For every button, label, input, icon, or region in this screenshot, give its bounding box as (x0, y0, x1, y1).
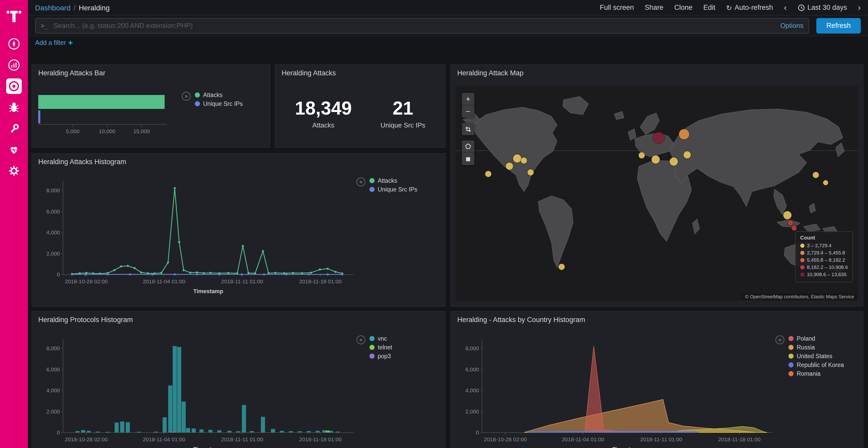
legend-collapse-icon[interactable]: » (356, 177, 365, 186)
map-marker[interactable] (783, 211, 792, 219)
protocols-bar-chart[interactable]: 02,0004,0006,0008,0002018-10-28 02:00201… (38, 329, 361, 448)
heartbeat-icon[interactable] (6, 142, 22, 158)
svg-text:2,000: 2,000 (46, 409, 60, 414)
svg-text:0: 0 (476, 429, 479, 435)
legend-item[interactable]: telnet (369, 344, 392, 350)
map-marker[interactable] (652, 156, 660, 164)
zoom-in-button[interactable]: + (462, 93, 474, 105)
metric-value: 21 (380, 99, 425, 118)
map-marker[interactable] (653, 132, 665, 143)
legend-item[interactable]: vnc (369, 336, 392, 342)
metric-label: Unique Src IPs (380, 121, 425, 129)
breadcrumb-current: Heralding (79, 3, 110, 12)
map-marker[interactable] (528, 170, 534, 176)
map-attribution[interactable]: © OpenStreetMap contributors, Elastic Ma… (742, 294, 857, 300)
legend-collapse-icon[interactable]: » (356, 336, 365, 344)
map-marker[interactable] (513, 154, 521, 162)
svg-text:2018-11-11 01:00: 2018-11-11 01:00 (640, 436, 682, 442)
metric-unique-src-ips: 21 Unique Src IPs (380, 99, 425, 129)
chart-legend: »vnctelnetpop3 (356, 336, 392, 362)
legend-item[interactable]: Republic of Korea (788, 362, 844, 368)
map-marker[interactable] (813, 172, 819, 178)
map-marker[interactable] (485, 171, 491, 177)
map-legend-item: 2,729.4 – 5,455.8 (800, 250, 848, 255)
polygon-draw-icon[interactable] (462, 140, 474, 153)
edit-button[interactable]: Edit (703, 4, 715, 11)
time-back-chevron-icon[interactable]: ‹ (784, 3, 786, 12)
legend-item[interactable]: Attacks (369, 177, 417, 184)
legend-item[interactable]: Attacks (195, 92, 243, 98)
query-bar: >_ Options Refresh (28, 15, 868, 36)
svg-text:4,000: 4,000 (46, 387, 60, 393)
panel-attack-map: Heralding Attack Map (451, 65, 863, 307)
legend-item[interactable]: pop3 (369, 353, 392, 359)
filter-bar: Add a filter + (28, 36, 868, 49)
telekom-logo[interactable] (6, 6, 22, 26)
full-screen-button[interactable]: Full screen (600, 4, 634, 11)
share-button[interactable]: Share (645, 4, 663, 11)
map-legend-item: 8,182.2 – 10,908.6 (800, 264, 848, 270)
svg-text:2,000: 2,000 (465, 409, 479, 414)
svg-text:2018-10-28 02:00: 2018-10-28 02:00 (484, 436, 527, 442)
chart-legend: »PolandRussiaUnited StatesRepublic of Ko… (776, 336, 844, 379)
add-filter-plus-icon[interactable]: + (68, 38, 73, 47)
legend-collapse-icon[interactable]: » (182, 92, 191, 101)
panel-title: Heralding Attack Map (451, 65, 863, 81)
svg-text:8,000: 8,000 (46, 187, 60, 193)
chart-legend: »AttacksUnique Src IPs (356, 177, 417, 195)
svg-text:2018-10-28 02:00: 2018-10-28 02:00 (65, 436, 108, 442)
time-forward-chevron-icon[interactable]: › (858, 3, 861, 12)
map-marker[interactable] (823, 180, 828, 185)
map-marker[interactable] (788, 220, 793, 226)
fit-bounds-crop-icon[interactable] (462, 123, 474, 135)
panel-title: Heralding Attacks Histogram (32, 154, 445, 170)
options-link[interactable]: Options (780, 22, 803, 29)
rectangle-draw-icon[interactable] (462, 153, 474, 165)
attacks-line-chart[interactable]: 02,0004,0006,0008,0002018-10-28 02:00201… (38, 171, 361, 302)
clock-icon (798, 4, 805, 11)
bar-chart-icon[interactable] (6, 57, 22, 73)
legend-item[interactable]: Poland (788, 336, 844, 342)
sidebar-nav (6, 36, 22, 179)
map-marker[interactable] (639, 152, 645, 159)
zoom-out-button[interactable]: − (462, 105, 474, 118)
wrench-icon[interactable] (6, 121, 22, 136)
legend-item[interactable]: Russia (788, 344, 844, 350)
svg-text:15,000: 15,000 (133, 128, 150, 134)
legend-item[interactable]: United States (788, 353, 844, 359)
legend-item[interactable]: Unique Src IPs (369, 186, 417, 193)
clone-button[interactable]: Clone (674, 4, 692, 11)
dashboard-grid: Heralding Attacks Bar 5,00010,00015,000 … (28, 49, 868, 448)
attacks-bar-chart[interactable]: 5,00010,00015,000 (36, 82, 191, 139)
panel-attacks-metric: Heralding Attacks 18,349 Attacks 21 Uniq… (275, 65, 445, 148)
heralding-target-icon[interactable] (6, 78, 22, 94)
country-area-chart[interactable]: 02,0004,0006,0008,0002018-10-28 02:00201… (457, 329, 780, 448)
map-marker[interactable] (559, 264, 565, 270)
add-filter-link[interactable]: Add a filter (35, 39, 66, 46)
legend-collapse-icon[interactable]: » (776, 336, 784, 344)
map-marker[interactable] (670, 158, 678, 166)
map-marker[interactable] (684, 151, 691, 159)
panel-title: Heralding Protocols Histogram (32, 312, 445, 328)
map-marker[interactable] (521, 157, 527, 163)
search-input[interactable] (53, 21, 775, 30)
map-marker[interactable] (679, 129, 689, 139)
map-controls: + − (462, 93, 474, 165)
dashboard-compass-icon[interactable] (6, 36, 22, 51)
top-nav-bar: Dashboard / Heralding Full screen Share … (28, 0, 868, 15)
map-marker[interactable] (506, 162, 513, 170)
auto-refresh-button[interactable]: ↻ Auto-refresh (726, 3, 773, 12)
gear-icon[interactable] (6, 163, 22, 179)
bug-icon[interactable] (6, 100, 22, 115)
svg-text:2018-11-18 01:00: 2018-11-18 01:00 (718, 436, 761, 442)
refresh-button[interactable]: Refresh (816, 18, 861, 33)
svg-text:4,000: 4,000 (46, 230, 60, 235)
world-map[interactable]: + − (456, 86, 858, 301)
breadcrumb-dashboard-link[interactable]: Dashboard (35, 3, 70, 12)
legend-item[interactable]: Romania (788, 371, 844, 377)
time-range-picker[interactable]: Last 30 days (798, 4, 847, 11)
panel-country-histogram: Heralding - Attacks by Country Histogram… (451, 311, 863, 448)
legend-item[interactable]: Unique Src IPs (195, 101, 243, 107)
map-count-legend: Count 3 – 2,729.42,729.4 – 5,455.85,455.… (795, 231, 853, 282)
map-marker[interactable] (792, 226, 797, 231)
